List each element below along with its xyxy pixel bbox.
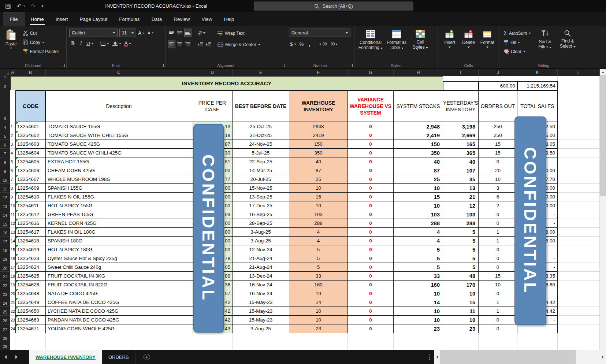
header-variance[interactable]: VARIANCE WAREHOUSE VS SYSTEM (348, 90, 394, 122)
cell-index[interactable]: 8 (10, 184, 15, 193)
column-header-a[interactable]: A (10, 69, 15, 76)
cell-best-before-date[interactable]: 3-Aug-25 (233, 228, 289, 237)
cell-yesterdays-inventory[interactable]: 288 (443, 219, 479, 228)
header-system-stocks[interactable]: SYSTEM STOCKS (394, 90, 443, 122)
autosum-button[interactable]: ΣAutoSum (502, 29, 532, 38)
row-header-2[interactable]: 2 (0, 81, 10, 90)
cell-variance[interactable]: 0 (348, 175, 394, 184)
increase-decimal-button[interactable]: .00 (318, 40, 328, 48)
cell-warehouse-inventory[interactable]: 5 (289, 254, 348, 263)
cell-variance[interactable]: 0 (348, 298, 394, 307)
cell-yesterdays-inventory[interactable]: 107 (443, 166, 479, 175)
cell-code[interactable]: 13254605 (15, 157, 46, 166)
cell-yesterdays-inventory[interactable]: 12 (443, 201, 479, 210)
header-price-per-case[interactable]: PRICE PER CASE (192, 90, 233, 122)
cell-index[interactable]: 21 (10, 298, 15, 307)
cell-orders-out[interactable]: 15 (479, 149, 517, 157)
column-header-f[interactable]: F (289, 69, 348, 76)
cell-warehouse-inventory[interactable]: 150 (289, 140, 348, 149)
save-button[interactable] (5, 3, 11, 9)
cell-best-before-date[interactable]: 15-Nov-25 (233, 184, 289, 193)
empty-cell[interactable] (46, 342, 192, 350)
empty-cell[interactable] (15, 333, 46, 342)
row-header-28[interactable]: 28 (0, 333, 10, 342)
cell-best-before-date[interactable]: 17-Dec-25 (233, 201, 289, 210)
cell-index[interactable]: 14 (10, 237, 15, 245)
ribbon-tab-formulas[interactable]: Formulas (113, 12, 145, 26)
ribbon-tab-help[interactable]: Help (218, 12, 240, 26)
align-right-button[interactable] (184, 40, 192, 48)
header-description[interactable]: Description (46, 90, 192, 122)
empty-cell[interactable] (443, 333, 479, 342)
empty-cell[interactable] (233, 342, 289, 350)
cell-system-stocks[interactable]: 2,948 (394, 122, 443, 131)
header-code[interactable]: CODE (15, 90, 46, 122)
row-header-7[interactable]: 7 (0, 149, 10, 157)
cell-code[interactable]: 13254607 (15, 175, 46, 184)
accounting-format-button[interactable]: $ (289, 40, 297, 48)
row-header-8[interactable]: 8 (0, 157, 10, 166)
column-header-k[interactable]: K (517, 69, 558, 76)
comma-style-button[interactable]: , (306, 40, 313, 48)
orders-out-total-cell[interactable]: 600.00 (479, 81, 517, 90)
cell-code[interactable]: 13254618 (15, 237, 46, 245)
cell-yesterdays-inventory[interactable]: 5 (443, 263, 479, 272)
cell-description[interactable]: WHOLE MUSHROOM 198G (46, 175, 192, 184)
empty-cell[interactable] (443, 81, 479, 90)
empty-cell[interactable] (558, 237, 600, 245)
column-header-d[interactable]: D (192, 69, 233, 76)
cell-code[interactable]: 13254610 (15, 193, 46, 201)
empty-cell[interactable] (348, 342, 394, 350)
bold-button[interactable]: B (69, 39, 77, 48)
column-header-e[interactable]: E (233, 69, 289, 76)
decrease-indent-button[interactable] (196, 40, 204, 48)
cell-index[interactable]: 18 (10, 272, 15, 281)
empty-cell[interactable] (558, 298, 600, 307)
cell-orders-out[interactable]: 3 (479, 184, 517, 193)
cell-code[interactable]: 13254603 (15, 140, 46, 149)
row-header-24[interactable]: 24 (0, 298, 10, 307)
cell-index[interactable]: 17 (10, 263, 15, 272)
scroll-up-icon[interactable] (602, 71, 605, 73)
row-header-3[interactable]: 3 (0, 90, 10, 122)
cell-description[interactable]: FLAKES IN OIL 180G (46, 228, 192, 237)
cell-yesterdays-inventory[interactable]: 48 (443, 272, 479, 281)
next-sheet-icon[interactable] (15, 355, 18, 359)
row-header-13[interactable]: 13 (0, 201, 10, 210)
column-header-i[interactable]: I (443, 69, 479, 76)
cell-yesterdays-inventory[interactable]: 10 (443, 316, 479, 324)
empty-cell[interactable] (558, 184, 600, 193)
empty-cell[interactable] (10, 333, 15, 342)
row-header-23[interactable]: 23 (0, 289, 10, 298)
empty-cell[interactable] (348, 333, 394, 342)
cell-warehouse-inventory[interactable]: 160 (289, 281, 348, 289)
ribbon-tab-data[interactable]: Data (146, 12, 168, 26)
cell-description[interactable]: TOMATO SAUCE 425G (46, 140, 192, 149)
sheet-tab-orders[interactable]: ORDERS (102, 350, 135, 364)
column-header-j[interactable]: J (479, 69, 517, 76)
cell-yesterdays-inventory[interactable]: 11 (443, 307, 479, 316)
cell-index[interactable]: 11 (10, 210, 15, 219)
format-painter-button[interactable]: Format Painter (21, 47, 60, 56)
cell-orders-out[interactable]: 15 (479, 272, 517, 281)
empty-cell[interactable] (558, 316, 600, 324)
cell-orders-out[interactable]: 2 (479, 201, 517, 210)
select-all-corner[interactable] (0, 69, 10, 76)
ribbon-tab-page-layout[interactable]: Page Layout (74, 12, 114, 26)
format-as-table-button[interactable]: Format as Table (384, 29, 409, 52)
cell-system-stocks[interactable]: 5 (394, 263, 443, 272)
row-header-18[interactable]: 18 (0, 245, 10, 254)
cell-variance[interactable]: 0 (348, 254, 394, 263)
column-header-b[interactable]: B (15, 69, 46, 76)
underline-button[interactable]: U (85, 39, 94, 48)
row-header-26[interactable]: 26 (0, 316, 10, 324)
cut-button[interactable]: Cut (21, 29, 60, 38)
empty-cell[interactable] (192, 342, 233, 350)
cell-code[interactable]: 13254648 (15, 289, 46, 298)
ribbon-tab-home[interactable]: Home (25, 12, 50, 26)
cell-index[interactable]: 10 (10, 201, 15, 210)
row-header-17[interactable]: 17 (0, 237, 10, 245)
percent-style-button[interactable]: % (298, 40, 305, 48)
sheet-tab-warehouse-inventory[interactable]: WAREHOUSE INVENTORY (29, 350, 102, 364)
cell-variance[interactable]: 0 (348, 149, 394, 157)
